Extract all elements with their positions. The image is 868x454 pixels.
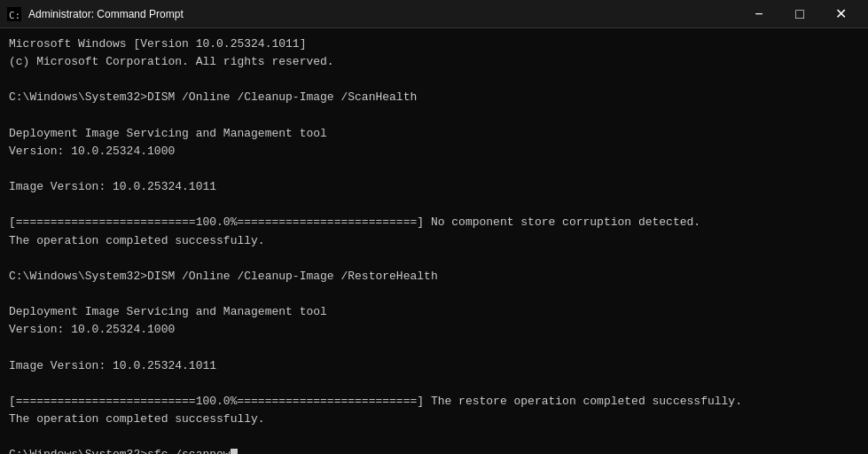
- title-bar-controls: − □ ✕: [739, 0, 861, 28]
- title-bar-left: C:\ Administrator: Command Prompt: [7, 7, 184, 21]
- cursor: [231, 449, 238, 454]
- close-button[interactable]: ✕: [820, 0, 861, 28]
- maximize-button[interactable]: □: [779, 0, 820, 28]
- window-title: Administrator: Command Prompt: [28, 8, 184, 20]
- title-bar: C:\ Administrator: Command Prompt − □ ✕: [0, 0, 868, 28]
- terminal-output[interactable]: Microsoft Windows [Version 10.0.25324.10…: [0, 28, 868, 454]
- svg-text:C:\: C:\: [9, 10, 21, 21]
- minimize-button[interactable]: −: [739, 0, 779, 28]
- cmd-icon: C:\: [7, 7, 21, 21]
